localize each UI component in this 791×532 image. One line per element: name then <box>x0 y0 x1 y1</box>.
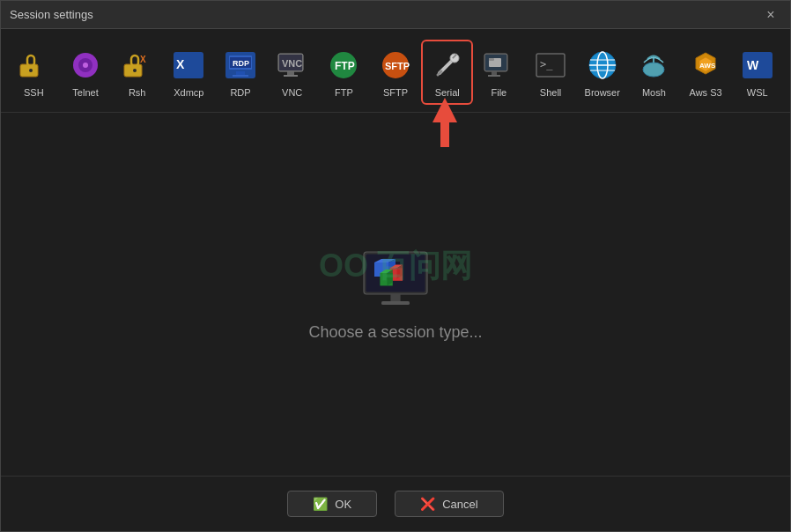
rsh-icon: X <box>119 47 156 84</box>
session-label-file: File <box>492 87 507 98</box>
browser-icon <box>584 47 621 84</box>
session-label-mosh: Mosh <box>642 87 666 98</box>
session-item-ssh[interactable]: SSH <box>10 41 58 103</box>
session-label-telnet: Telnet <box>72 87 98 98</box>
svg-text:RDP: RDP <box>233 59 249 68</box>
wsl-icon: W <box>739 47 776 84</box>
cancel-label: Cancel <box>442 498 477 511</box>
svg-rect-20 <box>287 71 294 75</box>
session-item-mosh[interactable]: Mosh <box>630 41 678 103</box>
session-item-xdmcp[interactable]: X Xdmcp <box>165 41 213 103</box>
ok-label: OK <box>335 498 351 511</box>
svg-text:X: X <box>140 55 146 64</box>
svg-point-2 <box>29 69 33 72</box>
ssh-icon <box>15 47 52 84</box>
session-item-shell[interactable]: >_ Shell <box>527 41 575 103</box>
close-button[interactable]: × <box>760 4 781 26</box>
session-item-rsh[interactable]: X Rsh <box>113 41 161 103</box>
session-item-rdp[interactable]: RDP RDP <box>217 41 265 103</box>
telnet-icon <box>67 47 104 84</box>
svg-text:AWS: AWS <box>699 62 716 70</box>
session-item-serial[interactable]: Serial <box>423 41 471 103</box>
session-item-browser[interactable]: Browser <box>578 41 626 103</box>
title-bar: Session settings × <box>1 1 790 29</box>
shell-icon: >_ <box>532 47 569 84</box>
monitor-illustration <box>360 248 431 309</box>
main-content: OO 百问网 <box>1 113 790 476</box>
session-settings-dialog: Session settings × SSH Teln <box>0 0 791 532</box>
svg-rect-21 <box>284 75 298 77</box>
svg-rect-54 <box>381 301 410 305</box>
arrow-up-icon <box>432 98 457 122</box>
serial-icon <box>429 47 466 84</box>
ok-icon: ✅ <box>313 497 328 511</box>
session-label-xdmcp: Xdmcp <box>174 87 203 98</box>
mosh-icon <box>635 47 672 84</box>
session-label-awss3: Aws S3 <box>690 87 722 98</box>
session-label-rsh: Rsh <box>129 87 146 98</box>
cancel-icon: ❌ <box>420 497 435 511</box>
session-label-wsl: WSL <box>747 87 768 98</box>
session-type-bar: SSH Telnet X Rsh <box>1 29 790 113</box>
arrow-shaft <box>440 122 449 147</box>
xdmcp-icon: X <box>170 47 207 84</box>
session-label-browser: Browser <box>585 87 620 98</box>
session-label-vnc: VNC <box>282 87 302 98</box>
session-label-rdp: RDP <box>230 87 250 98</box>
svg-point-5 <box>83 63 88 68</box>
svg-rect-15 <box>233 75 248 77</box>
svg-rect-34 <box>488 75 500 77</box>
svg-text:W: W <box>747 58 759 72</box>
arrow-indicator <box>432 98 457 147</box>
svg-point-44 <box>643 63 664 77</box>
svg-text:>_: >_ <box>540 58 553 70</box>
ftp-icon: FTP <box>325 47 362 84</box>
session-item-wsl[interactable]: W WSL <box>733 41 781 103</box>
svg-text:VNC: VNC <box>282 58 302 69</box>
svg-text:FTP: FTP <box>335 60 355 72</box>
vnc-icon: VNC <box>274 47 311 84</box>
dialog-footer: ✅ OK ❌ Cancel <box>1 476 790 531</box>
svg-rect-14 <box>236 71 245 75</box>
placeholder-area: Choose a session type... <box>308 248 482 342</box>
dialog-title: Session settings <box>10 8 93 21</box>
svg-rect-53 <box>390 294 400 301</box>
svg-text:X: X <box>176 57 185 71</box>
svg-text:SFTP: SFTP <box>385 61 410 71</box>
awss3-icon: AWS <box>687 47 724 84</box>
placeholder-text: Choose a session type... <box>308 323 482 342</box>
sftp-icon: SFTP <box>377 47 414 84</box>
session-item-sftp[interactable]: SFTP SFTP <box>372 41 420 103</box>
session-label-ftp: FTP <box>335 87 353 98</box>
session-item-file[interactable]: File <box>475 41 523 103</box>
session-label-shell: Shell <box>540 87 561 98</box>
cancel-button[interactable]: ❌ Cancel <box>395 491 503 517</box>
session-item-ftp[interactable]: FTP FTP <box>320 41 368 103</box>
file-icon <box>480 47 517 84</box>
svg-point-8 <box>133 69 137 72</box>
session-item-awss3[interactable]: AWS Aws S3 <box>682 41 730 103</box>
session-label-sftp: SFTP <box>383 87 408 98</box>
session-item-vnc[interactable]: VNC VNC <box>268 41 316 103</box>
svg-rect-33 <box>492 71 497 75</box>
session-label-serial: Serial <box>435 87 460 98</box>
ok-button[interactable]: ✅ OK <box>287 491 377 517</box>
svg-rect-36 <box>489 58 494 61</box>
session-label-ssh: SSH <box>24 87 44 98</box>
rdp-icon: RDP <box>222 47 259 84</box>
session-item-telnet[interactable]: Telnet <box>62 41 110 103</box>
svg-point-28 <box>450 54 459 63</box>
